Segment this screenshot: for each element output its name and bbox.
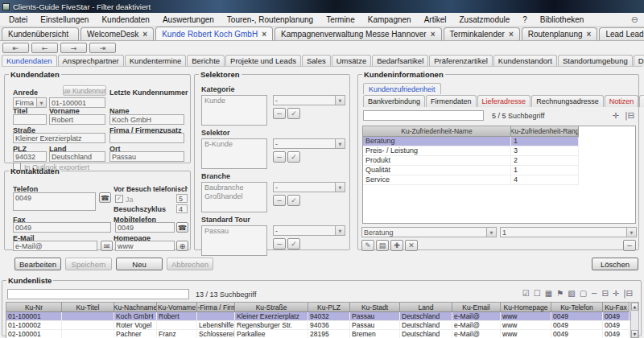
selektor-select[interactable]: - ▼: [273, 138, 345, 149]
speichern-button[interactable]: Speichern: [65, 258, 112, 270]
menu-item[interactable]: Einstellungen: [34, 14, 95, 26]
apply-selektor-button[interactable]: ✓: [287, 151, 300, 163]
previous-record-button[interactable]: ←: [31, 43, 58, 53]
name-field[interactable]: Koch GmbH: [109, 114, 184, 125]
delete-row-button[interactable]: ✕: [405, 240, 418, 251]
table-row[interactable]: Qualität 1: [363, 166, 579, 175]
table-row[interactable]: Produkt 2: [363, 156, 579, 166]
tab-kundenzufriedenheit[interactable]: Kundenzufriedenheit: [363, 83, 441, 94]
section-tab[interactable]: Ansprechpartner: [58, 55, 124, 66]
scroll-down-icon[interactable]: ▼: [631, 330, 638, 338]
chevron-down-icon[interactable]: ▼: [486, 228, 496, 237]
selektor-listbox[interactable]: Passau: [201, 225, 267, 256]
selektor-select[interactable]: - ▼: [273, 225, 345, 236]
panel-toggle-icon[interactable]: |⊟: [625, 111, 634, 120]
column-header[interactable]: Ku-Straße: [235, 303, 308, 312]
menu-item[interactable]: Bibliotheken: [534, 14, 590, 26]
column-header[interactable]: Ku-Email: [452, 303, 501, 312]
plz-field[interactable]: 94032: [13, 151, 47, 162]
add-row-button[interactable]: ✚: [390, 240, 403, 251]
selektor-list-item[interactable]: Baubranche: [204, 183, 264, 192]
selektor-listbox[interactable]: Kunde: [201, 95, 267, 126]
strasse-field[interactable]: Kleiner Exerzierplatz: [13, 133, 105, 143]
column-header[interactable]: Ku-Telefon: [551, 303, 603, 312]
section-tab[interactable]: Bedarfsartikel: [372, 55, 428, 66]
document-tab[interactable]: Terminkalender ×: [444, 27, 520, 40]
panel-toggle-icon[interactable]: |⊟: [623, 289, 633, 298]
dial-phone-button[interactable]: ☎: [99, 192, 111, 203]
save-row-button[interactable]: ▤: [376, 240, 389, 251]
grid-icon[interactable]: ▦: [545, 289, 552, 298]
send-mail-button[interactable]: ✉: [101, 241, 113, 251]
menu-item[interactable]: Artikel: [418, 14, 453, 26]
folder-icon[interactable]: ▧: [568, 289, 575, 298]
flag-icon[interactable]: ⚑: [556, 289, 564, 298]
table-row[interactable]: Preis- / Leistung 3: [363, 146, 579, 156]
kundeninfo-tab[interactable]: Rechnungsadresse: [531, 95, 604, 107]
menu-item[interactable]: Kampagnen: [361, 14, 418, 26]
remove-selektor-button[interactable]: −: [273, 238, 286, 249]
selektor-list-item[interactable]: B-Kunde: [204, 140, 264, 149]
menu-item[interactable]: ?: [516, 14, 534, 26]
section-tab[interactable]: Kundenstandort: [493, 55, 557, 66]
kundeninfo-tab[interactable]: Firmendaten: [426, 95, 477, 107]
remove-selektor-button[interactable]: −: [273, 108, 286, 119]
scroll-up-icon[interactable]: ▲: [631, 303, 638, 311]
column-header[interactable]: Ku-Fax: [603, 303, 630, 312]
table-row[interactable]: Beratung 1: [363, 137, 579, 146]
chevron-down-icon[interactable]: ▼: [335, 139, 345, 148]
minus-icon[interactable]: −: [591, 289, 597, 298]
apply-selektor-button[interactable]: ✓: [287, 108, 300, 119]
close-icon[interactable]: ×: [262, 30, 266, 39]
column-header[interactable]: Land: [400, 303, 452, 312]
kundeninfo-tab[interactable]: Lieferadresse: [477, 95, 531, 107]
ja-checkbox[interactable]: ✓: [115, 195, 123, 203]
column-header[interactable]: Ku-Zufriedenheit-Rang: [511, 126, 579, 137]
besuchszyklus-field[interactable]: 4: [176, 204, 188, 213]
selektor-list-item[interactable]: Kunde: [204, 97, 264, 105]
kundeninfo-tab[interactable]: Kunden-Attribute: [639, 95, 644, 107]
telefon-field[interactable]: 0049: [13, 192, 96, 211]
fax-field[interactable]: 0049: [13, 222, 111, 233]
close-icon[interactable]: ×: [587, 30, 592, 39]
column-header[interactable]: Ku-Titel: [62, 303, 114, 312]
section-tab[interactable]: Kundentermine: [125, 55, 186, 66]
ort-field[interactable]: Passau: [109, 151, 184, 162]
section-tab[interactable]: Präferenzartikel: [429, 55, 493, 66]
apply-selektor-button[interactable]: ✓: [287, 238, 300, 249]
close-icon[interactable]: ×: [509, 30, 514, 39]
menu-item[interactable]: Termine: [320, 14, 361, 26]
selektor-select[interactable]: - ▼: [273, 182, 345, 192]
edit-row-button[interactable]: ✎: [361, 240, 374, 251]
section-tab[interactable]: Druckhistorie: [634, 55, 644, 66]
zufriedenheit-name-select[interactable]: Beratung ▼: [361, 227, 497, 237]
column-header[interactable]: Ku-Firma / Firm...: [197, 303, 235, 312]
dial-mobile-button[interactable]: ☎: [176, 222, 188, 233]
select-all-icon[interactable]: ☑: [522, 289, 530, 298]
menu-item[interactable]: Touren-, Routenplanung: [221, 14, 320, 26]
chevron-down-icon[interactable]: ▼: [335, 96, 345, 105]
menu-item[interactable]: Zusatzmodule: [452, 14, 516, 26]
column-header[interactable]: Ku-Homepage: [501, 303, 551, 312]
column-header[interactable]: Ku-Vorname: [157, 303, 197, 312]
column-header[interactable]: Ku-Zufriedenheit-Name: [363, 126, 511, 137]
menu-item[interactable]: Kundendaten: [95, 14, 156, 26]
section-tab[interactable]: Kundendaten: [2, 55, 57, 66]
column-header[interactable]: Ku-Stadt: [350, 303, 400, 312]
neu-button[interactable]: Neu: [116, 258, 163, 270]
document-tab[interactable]: Kampagnenverwaltung Messe Hannover ×: [275, 27, 442, 40]
deselect-all-icon[interactable]: ☐: [534, 289, 541, 298]
overflow-icon[interactable]: ⊖: [631, 14, 638, 25]
selektor-list-item[interactable]: Großhandel: [204, 192, 264, 201]
selektor-list-item[interactable]: Passau: [204, 227, 264, 236]
section-tab[interactable]: Standortumgebung: [558, 55, 633, 66]
move-icon[interactable]: ✛: [613, 289, 619, 298]
section-tab[interactable]: Umsätze: [332, 55, 371, 66]
remove-selektor-button[interactable]: −: [273, 195, 286, 206]
homepage-field[interactable]: www: [115, 241, 175, 251]
vor-besuch-field[interactable]: 5: [176, 194, 188, 203]
bearbeiten-button[interactable]: Bearbeiten: [14, 258, 61, 270]
close-icon[interactable]: ×: [431, 30, 436, 39]
close-icon[interactable]: ×: [142, 30, 147, 39]
neue-kundennummer-button[interactable]: Neue Kundennum...: [63, 85, 106, 96]
